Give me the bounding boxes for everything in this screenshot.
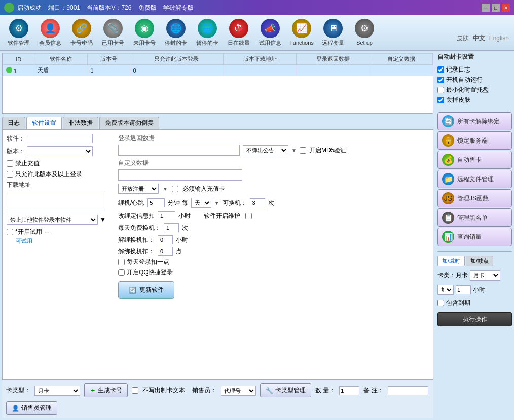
open-register-arrow: ▼ xyxy=(163,186,168,192)
download-url-input[interactable] xyxy=(7,191,105,211)
toolbar-label-pausecard: 暂停的卡 xyxy=(196,40,218,46)
version-select[interactable] xyxy=(27,146,93,156)
software-input[interactable] xyxy=(27,134,93,143)
disable-other-select[interactable]: 禁止其他软件登录本软件 xyxy=(7,215,98,225)
close-button[interactable]: ✕ xyxy=(502,4,510,12)
open-register-select[interactable]: 开放注册 xyxy=(118,184,159,194)
daily-signin-check[interactable] xyxy=(118,259,125,265)
tab-免费版本请勿倒卖[interactable]: 免费版本请勿倒卖 xyxy=(99,117,159,129)
tab-日志[interactable]: 日志 xyxy=(2,117,25,129)
right-btn-blacklist[interactable]: 📋管理黑名单 xyxy=(437,208,512,227)
salesperson-mgr-button[interactable]: 👤 销售员管理 xyxy=(6,401,57,415)
toolbar-item-unusedcard[interactable]: ◉ 未用卡号 xyxy=(130,17,159,48)
skin-link[interactable]: 皮肤 xyxy=(457,34,469,43)
chinese-link[interactable]: 中文 xyxy=(473,34,485,43)
disable-recharge-check[interactable] xyxy=(7,160,13,167)
toolbar-icon-trial: 📣 xyxy=(261,19,280,38)
toolbar-item-online[interactable]: ⏱ 日在线量 xyxy=(224,17,253,48)
toolbar-item-remote[interactable]: 🖥 远程变量 xyxy=(318,17,348,48)
execute-btn[interactable]: 执行操作 xyxy=(437,312,512,326)
disable-other-arrow: ▼ xyxy=(100,216,106,223)
trial-check[interactable] xyxy=(7,229,13,235)
checkbox-log[interactable] xyxy=(437,66,444,73)
only-version-label: 只允许此版本及以上登录 xyxy=(15,170,82,179)
titlebar: 启动成功 端口：9001 当前版本V：726 免费版 学破解专版 ─ □ ✕ xyxy=(0,0,514,15)
notes-input[interactable] xyxy=(388,386,428,395)
toolbar-label-setup: Set up xyxy=(356,40,373,46)
md5-check[interactable] xyxy=(300,147,306,154)
card-class-select[interactable]: 月卡 xyxy=(470,270,500,281)
toolbar-item-setup[interactable]: ⚙ Set up xyxy=(350,17,379,48)
toolbar-item-usedcard[interactable]: 📎 已用卡号 xyxy=(98,17,128,48)
btn-icon-unbind-all: 🔄 xyxy=(442,115,454,127)
toolbar-item-member[interactable]: 👤 会员信息 xyxy=(35,17,65,48)
checkbox-minimize[interactable] xyxy=(437,87,444,93)
bind-value-input[interactable] xyxy=(147,198,165,207)
checkbox-label-minimize: 最小化时置托盘 xyxy=(446,86,489,94)
day-arrow: ▼ xyxy=(214,200,219,206)
salesperson-select[interactable]: 代理号 xyxy=(221,386,256,396)
right-btn-query-sales[interactable]: 📊查询销量 xyxy=(437,228,512,246)
include-expiry-check[interactable] xyxy=(437,300,444,306)
right-btn-remote-file[interactable]: 📁远程文件管理 xyxy=(437,170,512,188)
right-btn-lock-server[interactable]: 🔒锁定服务端 xyxy=(437,131,512,150)
addreduce-tab-加/减时[interactable]: 加/减时 xyxy=(437,256,465,266)
generate-card-button[interactable]: ＋ 生成卡号 xyxy=(84,383,128,397)
right-btn-manage-js[interactable]: JS管理JS函数 xyxy=(437,189,512,207)
minimize-button[interactable]: ─ xyxy=(482,4,490,12)
tab-软件设置[interactable]: 软件设置 xyxy=(26,117,62,129)
tab-非法数据[interactable]: 非法数据 xyxy=(63,117,98,129)
card-type-select[interactable]: 月卡 xyxy=(34,386,80,396)
toolbar-item-stopcard[interactable]: 🌐 停封的卡 xyxy=(161,17,191,48)
daily-free-switch-input[interactable] xyxy=(164,223,179,232)
no-text-check[interactable] xyxy=(132,387,138,394)
toolbar-item-pausecard[interactable]: 🌐 暂停的卡 xyxy=(193,17,222,48)
btn-icon-auto-sell: 💰 xyxy=(442,154,454,166)
table-column-header: 自定义数据 xyxy=(370,54,432,65)
card-class-label: 卡类：月卡 xyxy=(437,271,468,280)
right-btn-unbind-all[interactable]: 🔄所有卡解除绑定 xyxy=(437,112,512,130)
change-bind-input[interactable] xyxy=(158,211,175,220)
checkbox-autostart[interactable] xyxy=(437,77,444,83)
trial-hint[interactable]: 可试用 xyxy=(16,238,32,244)
add-select[interactable]: 加 xyxy=(437,285,454,295)
card-type-mgr-icon: 🔧 xyxy=(266,387,273,394)
unbind-points-input[interactable] xyxy=(158,247,173,256)
no-popup-select[interactable]: 不弹出公告 xyxy=(243,145,288,155)
custom-data-input[interactable] xyxy=(118,169,242,181)
card-type-mgr-button[interactable]: 🔧 卡类型管理 xyxy=(260,383,311,397)
right-btn-auto-sell[interactable]: 💰自动售卡 xyxy=(437,151,512,169)
btn-label-query-sales: 查询销量 xyxy=(457,233,482,241)
btn-label-manage-js: 管理JS函数 xyxy=(457,194,489,203)
english-link[interactable]: English xyxy=(489,34,509,42)
day-select[interactable]: 天 xyxy=(191,198,211,208)
unbind-hours-input[interactable] xyxy=(158,235,173,244)
btn-label-unbind-all: 所有卡解除绑定 xyxy=(457,117,500,126)
toolbar-item-software[interactable]: ⚙ 软件管理 xyxy=(4,17,33,48)
toolbar-item-functions[interactable]: 📈 Functions xyxy=(287,17,316,48)
addreduce-tab-加/减点[interactable]: 加/减点 xyxy=(466,256,493,266)
checkbox-closeskin[interactable] xyxy=(437,97,444,103)
update-software-button[interactable]: 🔄 更新软件 xyxy=(118,281,174,299)
status-text: 启动成功 端口：9001 当前版本V：726 免费版 学破解专版 xyxy=(17,4,194,12)
toolbar-label-trial: 试用信息 xyxy=(259,40,281,46)
switchable-input[interactable] xyxy=(250,198,265,207)
maximize-button[interactable]: □ xyxy=(492,4,500,12)
toolbar-label-usedcard: 已用卡号 xyxy=(102,40,124,46)
table-row[interactable]: 1天盾10 xyxy=(3,65,433,76)
toolbar-item-trial[interactable]: 📣 试用信息 xyxy=(255,17,285,48)
toolbar-item-cardpass[interactable]: 🔗 卡号密码 xyxy=(67,17,96,48)
qq-login-check[interactable] xyxy=(118,269,125,276)
add-value-input[interactable] xyxy=(456,285,471,294)
quantity-input[interactable] xyxy=(339,386,359,395)
minutes-label: 分钟 每 xyxy=(168,199,188,207)
btn-icon-lock-server: 🔒 xyxy=(442,134,454,147)
login-return-input[interactable] xyxy=(118,145,240,156)
must-recharge-label: 必须输入充值卡 xyxy=(182,185,225,193)
trial-more-btn[interactable]: ··· xyxy=(44,228,50,236)
checkbox-label-log: 记录日志 xyxy=(446,65,470,74)
maintenance-check[interactable] xyxy=(245,213,252,219)
only-version-check[interactable] xyxy=(7,171,13,178)
toolbar-label-stopcard: 停封的卡 xyxy=(165,40,187,46)
must-recharge-check[interactable] xyxy=(172,186,178,192)
